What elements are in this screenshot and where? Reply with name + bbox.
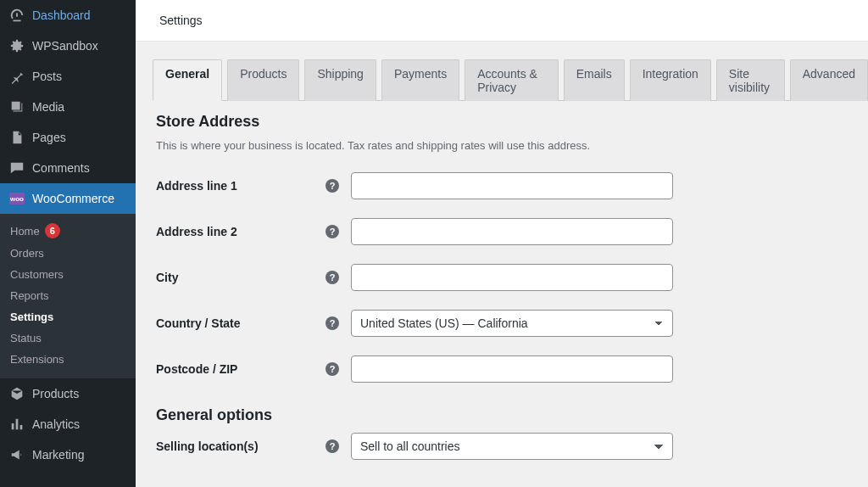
page-title: Settings	[159, 14, 203, 27]
row-city: City ?	[156, 264, 848, 291]
store-address-section: Store Address This is where your busines…	[153, 101, 868, 460]
submenu-item-extensions[interactable]: Extensions	[0, 349, 136, 370]
tab-emails[interactable]: Emails	[564, 59, 625, 101]
dashboard-icon	[8, 7, 25, 24]
megaphone-icon	[8, 446, 25, 463]
submenu-item-label: Customers	[10, 268, 64, 281]
sidebar-item-label: Dashboard	[32, 8, 91, 22]
media-icon	[8, 98, 25, 115]
sidebar-item-woocommerce[interactable]: woo WooCommerce	[0, 183, 136, 214]
sidebar-item-label: Marketing	[32, 448, 84, 462]
page-header: Settings	[136, 0, 868, 42]
tab-products[interactable]: Products	[227, 59, 299, 101]
submenu-item-orders[interactable]: Orders	[0, 243, 136, 264]
submenu-item-status[interactable]: Status	[0, 327, 136, 349]
row-country: Country / State ? United States (US) — C…	[156, 310, 848, 337]
label-postcode: Postcode / ZIP	[156, 362, 326, 376]
woocommerce-submenu: Home 6 Orders Customers Reports Settings…	[0, 214, 136, 378]
row-selling-location: Selling location(s) ? Sell to all countr…	[156, 433, 848, 460]
admin-sidebar: Dashboard WPSandbox Posts Media Pages Co…	[0, 0, 136, 487]
general-options-heading: General options	[156, 406, 848, 424]
label-selling-location: Selling location(s)	[156, 439, 326, 453]
submenu-item-label: Reports	[10, 289, 49, 302]
sidebar-item-label: Analytics	[32, 417, 80, 431]
submenu-item-customers[interactable]: Customers	[0, 264, 136, 285]
input-address1[interactable]	[351, 172, 673, 199]
sidebar-item-label: WooCommerce	[32, 192, 114, 205]
submenu-item-label: Status	[10, 332, 42, 344]
analytics-icon	[8, 416, 25, 433]
sidebar-item-label: Posts	[32, 70, 62, 83]
notification-badge: 6	[45, 223, 60, 238]
row-postcode: Postcode / ZIP ?	[156, 355, 848, 383]
tab-visibility[interactable]: Site visibility	[716, 59, 785, 101]
tab-advanced[interactable]: Advanced	[790, 59, 868, 101]
content-area: General Products Shipping Payments Accou…	[136, 42, 868, 487]
sidebar-item-label: Media	[32, 100, 64, 114]
submenu-item-label: Orders	[10, 247, 44, 260]
sidebar-item-products[interactable]: Products	[0, 378, 136, 409]
submenu-item-label: Extensions	[10, 353, 64, 366]
help-icon[interactable]: ?	[326, 179, 339, 193]
help-icon[interactable]: ?	[326, 316, 339, 330]
submenu-item-home[interactable]: Home 6	[0, 219, 136, 243]
sidebar-item-media[interactable]: Media	[0, 92, 136, 122]
label-country: Country / State	[156, 316, 326, 330]
settings-tabs: General Products Shipping Payments Accou…	[153, 59, 868, 101]
tab-accounts[interactable]: Accounts & Privacy	[465, 59, 559, 101]
sidebar-item-label: Products	[32, 387, 79, 400]
sidebar-item-label: Comments	[32, 161, 90, 175]
input-postcode[interactable]	[351, 355, 673, 383]
sidebar-item-label: WPSandbox	[32, 39, 98, 53]
row-address2: Address line 2 ?	[156, 218, 848, 245]
help-icon[interactable]: ?	[326, 362, 339, 376]
sidebar-item-marketing[interactable]: Marketing	[0, 439, 136, 470]
sidebar-item-posts[interactable]: Posts	[0, 61, 136, 92]
help-icon[interactable]: ?	[326, 225, 339, 238]
row-address1: Address line 1 ?	[156, 172, 848, 199]
sidebar-item-pages[interactable]: Pages	[0, 122, 136, 153]
submenu-item-label: Settings	[10, 311, 53, 323]
help-icon[interactable]: ?	[326, 271, 339, 284]
submenu-item-label: Home	[10, 225, 40, 238]
box-icon	[8, 385, 25, 402]
pages-icon	[8, 129, 25, 146]
tab-general[interactable]: General	[153, 59, 222, 101]
label-address2: Address line 2	[156, 225, 326, 238]
tab-shipping[interactable]: Shipping	[304, 59, 376, 101]
submenu-item-reports[interactable]: Reports	[0, 285, 136, 306]
label-city: City	[156, 271, 326, 284]
sidebar-item-label: Pages	[32, 131, 66, 144]
input-city[interactable]	[351, 264, 673, 291]
help-icon[interactable]: ?	[326, 439, 339, 453]
label-address1: Address line 1	[156, 179, 326, 193]
sidebar-item-analytics[interactable]: Analytics	[0, 409, 136, 439]
gear-icon	[8, 37, 25, 54]
pin-icon	[8, 68, 25, 85]
woocommerce-icon: woo	[8, 190, 25, 207]
sidebar-item-comments[interactable]: Comments	[0, 153, 136, 183]
sidebar-item-dashboard[interactable]: Dashboard	[0, 0, 136, 31]
section-description: This is where your business is located. …	[156, 139, 848, 152]
tab-payments[interactable]: Payments	[381, 59, 459, 101]
input-address2[interactable]	[351, 218, 673, 245]
sidebar-item-wpsandbox[interactable]: WPSandbox	[0, 31, 136, 61]
tab-integration[interactable]: Integration	[630, 59, 711, 101]
select-selling-location[interactable]: Sell to all countries	[351, 433, 673, 460]
section-heading: Store Address	[156, 113, 848, 131]
main-area: Settings General Products Shipping Payme…	[136, 0, 868, 487]
select-country[interactable]: United States (US) — California	[351, 310, 673, 337]
comment-icon	[8, 160, 25, 176]
submenu-item-settings[interactable]: Settings	[0, 306, 136, 327]
